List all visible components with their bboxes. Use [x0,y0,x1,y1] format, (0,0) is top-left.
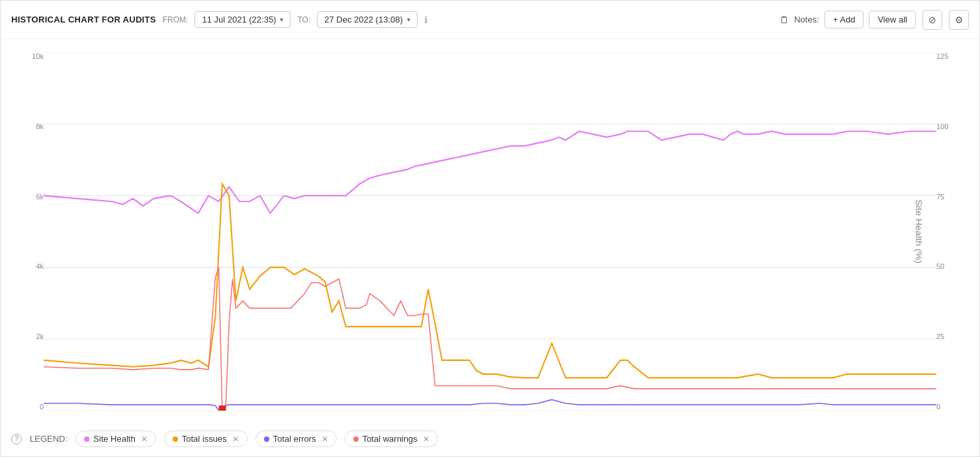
y-axis-left: 10k 8k 6k 4k 2k 0 [7,52,44,411]
legend-item-site-health[interactable]: Site Health ✕ [75,431,156,447]
legend-item-total-errors[interactable]: Total errors ✕ [255,431,337,447]
to-label: TO: [297,15,310,25]
y-right-label-0: 125 [936,52,948,60]
from-date-selector[interactable]: 11 Jul 2021 (22:35) ▾ [195,11,290,28]
notes-label: Notes: [794,15,819,25]
red-marker [219,405,226,411]
total-errors-line [44,399,936,411]
settings-icon-button[interactable]: ⚙ [949,10,969,30]
main-container: HISTORICAL CHART FOR AUDITS FROM: 11 Jul… [0,0,980,457]
chart-legend: ? LEGEND: Site Health ✕ Total issues ✕ T… [1,424,979,456]
chevron-down-icon: ▾ [407,16,410,23]
chart-svg-wrapper: 1 Aug 1 Oct 1 Dec 1 Feb 1 Apr 1 Jun 1 Au… [44,52,936,411]
total-issues-label: Total issues [182,434,227,444]
total-issues-line [44,184,936,378]
from-label: FROM: [163,15,189,25]
eraser-icon-button[interactable]: ⊘ [922,10,942,30]
notes-section: 🗒 Notes: + Add View all [780,11,916,28]
site-health-remove-icon[interactable]: ✕ [141,434,148,444]
svg-text:Site Health (%): Site Health (%) [914,199,924,263]
y-right-label-3: 50 [936,262,944,270]
total-errors-remove-icon[interactable]: ✕ [322,434,328,444]
total-issues-dot [173,436,178,442]
legend-item-total-warnings[interactable]: Total warnings ✕ [345,431,438,447]
y-left-label-3: 4k [36,262,44,270]
site-health-line [44,131,936,213]
legend-item-total-issues[interactable]: Total issues ✕ [164,431,247,447]
site-health-dot [84,436,89,442]
add-note-button[interactable]: + Add [824,11,864,28]
total-errors-dot [264,436,269,442]
total-warnings-dot [353,436,359,442]
total-warnings-remove-icon[interactable]: ✕ [423,434,429,444]
total-warnings-label: Total warnings [363,434,418,444]
y-right-label-2: 75 [936,193,944,201]
y-left-label-4: 2k [36,332,44,340]
chart-area: 10k 8k 6k 4k 2k 0 125 100 75 50 25 0 [1,39,979,424]
y-axis-right: 125 100 75 50 25 0 [936,52,973,411]
total-issues-remove-icon[interactable]: ✕ [232,434,239,444]
to-date-selector[interactable]: 27 Dec 2022 (13:08) ▾ [317,11,418,28]
y-left-label-1: 8k [36,123,44,130]
chart-header: HISTORICAL CHART FOR AUDITS FROM: 11 Jul… [1,1,979,39]
total-errors-label: Total errors [273,434,316,444]
view-all-button[interactable]: View all [869,11,916,28]
y-left-label-0: 10k [32,52,44,60]
chart-title: HISTORICAL CHART FOR AUDITS [11,15,156,25]
legend-help-icon[interactable]: ? [11,434,22,444]
y-right-label-4: 25 [936,332,944,340]
chevron-down-icon: ▾ [280,16,283,23]
info-icon[interactable]: ℹ [424,15,427,25]
y-right-label-5: 0 [936,403,940,411]
legend-label: LEGEND: [30,434,67,444]
site-health-label: Site Health [93,434,136,444]
y-right-label-1: 100 [936,123,948,130]
notes-icon: 🗒 [780,15,789,25]
y-left-label-2: 6k [36,193,44,201]
chart-svg: 1 Aug 1 Oct 1 Dec 1 Feb 1 Apr 1 Jun 1 Au… [44,52,936,411]
